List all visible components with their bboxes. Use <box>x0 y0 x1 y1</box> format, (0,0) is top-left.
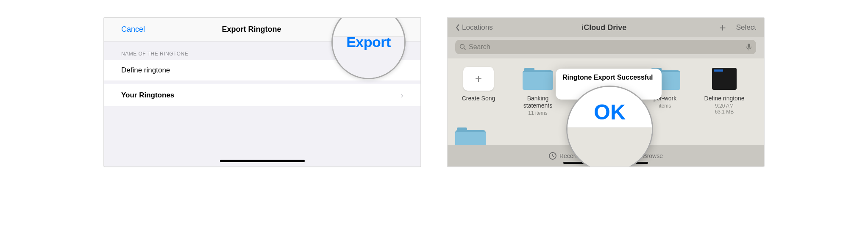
item-time: 9:20 AM <box>715 103 734 109</box>
callout-magnifier-ok: OK <box>566 86 653 167</box>
item-meta: items <box>659 103 671 109</box>
ringtone-name-value: Define ringtone <box>121 66 170 75</box>
export-button[interactable]: Export <box>346 34 391 50</box>
document-icon <box>712 68 737 90</box>
cancel-button[interactable]: Cancel <box>121 25 145 34</box>
popover-title: Ringtone Export Successful <box>562 74 655 81</box>
search-input[interactable]: Search <box>455 40 756 54</box>
file-define-ringtone[interactable]: Define ringtone 9:20 AM 63.1 MB <box>701 66 748 145</box>
your-ringtones-label: Your Ringtones <box>121 91 174 100</box>
microphone-icon[interactable] <box>746 43 752 51</box>
search-placeholder: Search <box>469 43 743 51</box>
ok-button[interactable]: OK <box>594 100 626 125</box>
svg-rect-2 <box>748 44 750 48</box>
page-title: Export Ringtone <box>145 25 358 34</box>
home-indicator <box>220 160 305 162</box>
item-label: Define ringtone <box>704 95 745 102</box>
plus-icon: + <box>463 67 494 91</box>
item-label: Banking statements <box>515 95 561 109</box>
export-ringtone-screen: Cancel Export Ringtone Export NAME OF TH… <box>103 17 421 167</box>
chevron-left-icon <box>455 24 460 31</box>
chevron-right-icon: › <box>401 90 403 100</box>
page-title: iCloud Drive <box>497 23 711 32</box>
svg-line-1 <box>464 48 465 50</box>
folder-icon <box>523 68 553 90</box>
folder-banking-statements[interactable]: Banking statements 11 items <box>515 66 561 145</box>
item-meta: 11 items <box>528 110 547 116</box>
item-size: 63.1 MB <box>715 109 734 115</box>
tab-label: Browse <box>643 152 663 159</box>
icloud-drive-screen: Locations iCloud Drive + Select Search +… <box>447 17 765 167</box>
svg-point-0 <box>460 44 465 49</box>
search-icon <box>459 44 466 50</box>
add-button[interactable]: + <box>720 21 726 34</box>
select-button[interactable]: Select <box>736 23 756 32</box>
item-label: Create Song <box>462 95 495 102</box>
clock-icon <box>548 152 557 160</box>
back-button[interactable]: Locations <box>455 23 493 32</box>
your-ringtones-row[interactable]: Your Ringtones › <box>104 84 420 106</box>
back-label: Locations <box>462 23 493 32</box>
nav-bar: Locations iCloud Drive + Select <box>448 18 764 37</box>
